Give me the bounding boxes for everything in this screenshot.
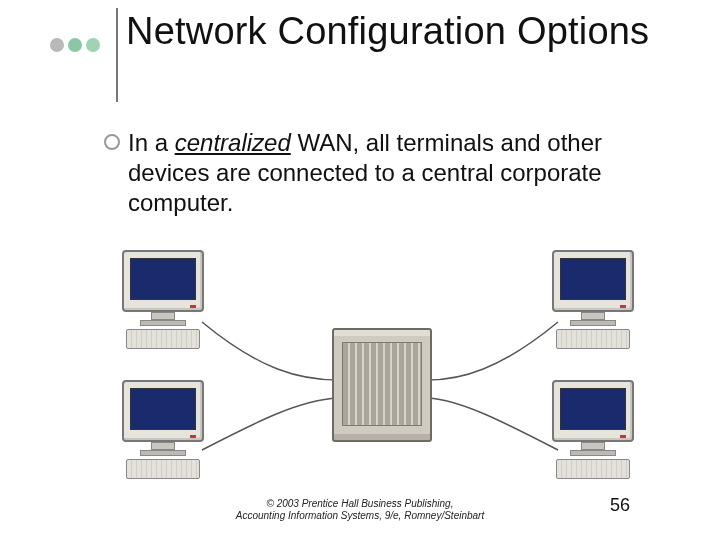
terminal-top-left bbox=[120, 250, 206, 349]
led-icon bbox=[620, 305, 626, 308]
keyboard-icon bbox=[556, 459, 630, 479]
stand-icon bbox=[581, 312, 605, 320]
title-block: Network Configuration Options bbox=[50, 8, 670, 108]
title-rule bbox=[116, 8, 118, 102]
page-title: Network Configuration Options bbox=[126, 10, 649, 53]
network-diagram bbox=[120, 250, 640, 480]
led-icon bbox=[190, 305, 196, 308]
base-icon bbox=[570, 450, 616, 456]
terminal-bottom-left bbox=[120, 380, 206, 479]
central-server bbox=[332, 328, 432, 442]
body-text: In a centralized WAN, all terminals and … bbox=[128, 128, 648, 218]
screen-icon bbox=[560, 388, 626, 430]
monitor-icon bbox=[122, 380, 204, 442]
dot-icon bbox=[50, 38, 64, 52]
stand-icon bbox=[581, 442, 605, 450]
screen-icon bbox=[560, 258, 626, 300]
terminal-top-right bbox=[550, 250, 636, 349]
stand-icon bbox=[151, 442, 175, 450]
dot-icon bbox=[68, 38, 82, 52]
monitor-icon bbox=[552, 380, 634, 442]
bullet-text-emph: centralized bbox=[175, 129, 291, 156]
bullet-text-pre: In a bbox=[128, 129, 175, 156]
footer-line2: Accounting Information Systems, 9/e, Rom… bbox=[236, 510, 484, 521]
screen-icon bbox=[130, 388, 196, 430]
led-icon bbox=[190, 435, 196, 438]
slide: Network Configuration Options In a centr… bbox=[0, 0, 720, 540]
accent-dots bbox=[50, 38, 100, 52]
base-icon bbox=[140, 450, 186, 456]
keyboard-icon bbox=[556, 329, 630, 349]
led-icon bbox=[620, 435, 626, 438]
stand-icon bbox=[151, 312, 175, 320]
base-icon bbox=[140, 320, 186, 326]
base-icon bbox=[570, 320, 616, 326]
bullet-icon bbox=[104, 134, 120, 150]
page-number: 56 bbox=[610, 495, 630, 516]
keyboard-icon bbox=[126, 459, 200, 479]
server-blades-icon bbox=[342, 342, 422, 426]
keyboard-icon bbox=[126, 329, 200, 349]
footer-line1: © 2003 Prentice Hall Business Publishing… bbox=[267, 498, 454, 509]
screen-icon bbox=[130, 258, 196, 300]
terminal-bottom-right bbox=[550, 380, 636, 479]
monitor-icon bbox=[122, 250, 204, 312]
monitor-icon bbox=[552, 250, 634, 312]
dot-icon bbox=[86, 38, 100, 52]
